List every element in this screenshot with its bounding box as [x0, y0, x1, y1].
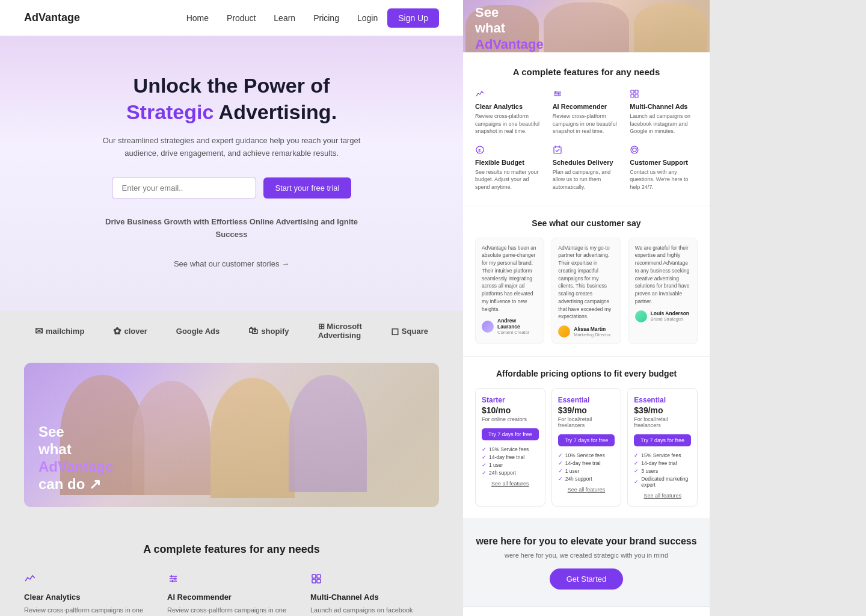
- brand-success-subtitle: were here for you, we created strategic …: [475, 552, 698, 559]
- hero-cta-button[interactable]: Start your free trial: [263, 177, 352, 199]
- svg-point-25: [633, 148, 636, 152]
- feature-multichannel: Multi-Channel Ads Launch ad campaigns on…: [310, 573, 439, 616]
- testimonial-author-1: Alissa Martin Marketing Director: [558, 325, 614, 337]
- features-section: A complete features for any needs Clear …: [0, 519, 463, 616]
- pricing-feature: ✓14-day free trial: [634, 460, 691, 466]
- brand-google-ads: Google Ads: [176, 327, 220, 336]
- svg-rect-6: [312, 574, 316, 578]
- hero-tagline: Drive Business Growth with Effortless On…: [99, 216, 364, 241]
- pricing-essential-2: Essential $39/mo For local/retail freela…: [627, 388, 698, 507]
- pricing-grid: Starter $10/mo For online creators Try 7…: [475, 388, 698, 507]
- hero-stories-link[interactable]: See what our customer stories →: [99, 258, 364, 271]
- hero-image-section: See what AdVantage can do ↗: [0, 351, 463, 519]
- right-top-image: See what AdVantage can do ↗: [463, 0, 710, 52]
- pricing-feature: ✓3 users: [634, 468, 691, 474]
- testimonials-section: See what our customer say AdVantage has …: [463, 206, 710, 357]
- nav-links: Home Product Learn Pricing: [186, 13, 339, 23]
- pricing-feature: ✓Dedicated marketing expert: [634, 476, 691, 488]
- brand-shopify: 🛍 shopify: [248, 325, 289, 336]
- testimonial-1: AdVantage is my go-to partner for advert…: [551, 238, 621, 345]
- person-2: [132, 381, 210, 495]
- analytics-icon: [24, 573, 153, 588]
- multichannel-icon: [310, 573, 439, 588]
- hero-email-input[interactable]: [112, 177, 256, 199]
- svg-rect-15: [631, 90, 634, 93]
- navbar: AdVantage Home Product Learn Pricing Log…: [0, 0, 463, 36]
- feature-ai-title: AI Recommender: [167, 593, 296, 602]
- pricing-essential2-trial[interactable]: Try 7 days for free: [634, 434, 691, 446]
- brand-clover: ✿ clover: [113, 325, 147, 337]
- features-title: A complete features for any needs: [24, 543, 439, 556]
- testimonial-avatar-0: [482, 321, 494, 333]
- svg-text:$: $: [478, 148, 481, 153]
- right-feature-2: Multi-Channel Ads Launch ad campaigns on…: [630, 89, 698, 135]
- pricing-essential1-trial[interactable]: Try 7 days for free: [558, 434, 615, 446]
- pricing-feature: ✓24h support: [558, 476, 615, 482]
- ai-icon: [167, 573, 296, 588]
- pricing-section: Affordable pricing options to fit every …: [463, 356, 710, 519]
- svg-rect-16: [635, 90, 638, 93]
- testimonial-avatar-2: [635, 310, 647, 322]
- right-top-text: See what AdVantage can do ↗: [475, 5, 544, 52]
- brand-mailchimp: ✉ mailchimp: [35, 325, 84, 337]
- nav-home[interactable]: Home: [186, 13, 209, 23]
- right-features-grid: Clear Analytics Review cross-platform ca…: [475, 89, 698, 191]
- right-schedule-icon: [553, 145, 621, 156]
- pricing-essential1-see-features[interactable]: See all features: [558, 487, 615, 493]
- brand-logos: ✉ mailchimp ✿ clover Google Ads 🛍 shopif…: [0, 311, 463, 351]
- svg-rect-18: [635, 94, 638, 97]
- right-panel: See what AdVantage can do ↗ A complete f…: [463, 0, 710, 616]
- right-budget-icon: $: [475, 145, 543, 156]
- right-multichannel-icon: [630, 89, 698, 100]
- pricing-starter-see-features[interactable]: See all features: [482, 481, 539, 487]
- person-3: [210, 378, 295, 498]
- hero-image-box: See what AdVantage can do ↗: [24, 363, 439, 507]
- get-started-button[interactable]: Get Started: [550, 568, 623, 590]
- feature-ai: AI Recommender Review cross-paltform cam…: [167, 573, 296, 616]
- right-features-title: A complete features for any needs: [475, 67, 698, 77]
- left-panel: AdVantage Home Product Learn Pricing Log…: [0, 0, 463, 616]
- right-feature-4: Schedules Delivery Plan ad campaigns, an…: [553, 145, 621, 191]
- nav-product[interactable]: Product: [227, 13, 256, 23]
- right-feature-1: AI Recommender Review cross-platform cam…: [553, 89, 621, 135]
- right-analytics-icon: [475, 89, 543, 100]
- feature-analytics-title: Clear Analytics: [24, 593, 153, 602]
- nav-login[interactable]: Login: [357, 13, 378, 23]
- pricing-feature: ✓15% Service fees: [634, 452, 691, 458]
- nav-signup-button[interactable]: Sign Up: [387, 8, 439, 28]
- feature-ai-desc: Review cross-paltform campaigns in one b…: [167, 605, 296, 616]
- brand-success-section: were here for you to elevate your brand …: [463, 519, 710, 606]
- pricing-feature: ✓14-day free trial: [482, 454, 539, 460]
- feature-multichannel-title: Multi-Channel Ads: [310, 593, 439, 602]
- right-features: A complete features for any needs Clear …: [463, 52, 710, 206]
- svg-rect-21: [554, 147, 561, 153]
- brand-success-title: were here for you to elevate your brand …: [475, 536, 698, 547]
- hero-image-overlay: See what AdVantage can do ↗: [24, 409, 127, 507]
- brand-square: ◻ Square: [391, 325, 428, 337]
- nav-pricing[interactable]: Pricing: [313, 13, 339, 23]
- pricing-title: Affordable pricing options to fit every …: [475, 369, 698, 378]
- svg-line-26: [631, 148, 633, 149]
- hero-heading: Unlock the Power of Strategic Advertisin…: [24, 72, 439, 125]
- testimonial-0: AdVantage has been an absolute game-chan…: [475, 238, 544, 345]
- pricing-essential2-see-features[interactable]: See all features: [634, 493, 691, 499]
- pricing-essential-1: Essential $39/mo For local/retail freela…: [551, 388, 622, 507]
- hero-subtext: Our streamlined strategies and expert gu…: [99, 135, 364, 160]
- person-4: [289, 375, 367, 492]
- testimonial-author-2: Louis Anderson Brand Strategist: [635, 310, 691, 322]
- right-ai-icon: [553, 89, 621, 100]
- feature-analytics: Clear Analytics Review cross-paltform ca…: [24, 573, 153, 616]
- hero-cta: Start your free trial: [24, 177, 439, 199]
- nav-learn[interactable]: Learn: [274, 13, 295, 23]
- features-grid: Clear Analytics Review cross-paltform ca…: [24, 573, 439, 616]
- svg-rect-8: [312, 579, 316, 583]
- svg-rect-9: [317, 579, 321, 583]
- right-support-icon: [630, 145, 698, 156]
- pricing-feature: ✓1 user: [482, 462, 539, 468]
- pricing-starter-trial[interactable]: Try 7 days for free: [482, 428, 539, 440]
- pricing-feature: ✓24h support: [482, 470, 539, 476]
- svg-line-27: [636, 148, 638, 149]
- feature-analytics-desc: Review cross-paltform campaigns in one b…: [24, 605, 153, 616]
- right-feature-5: Customer Support Contact us with any que…: [630, 145, 698, 191]
- svg-rect-17: [631, 94, 634, 97]
